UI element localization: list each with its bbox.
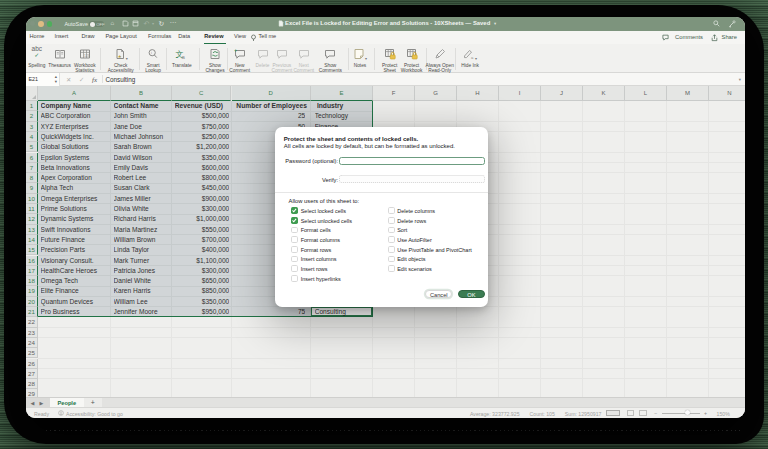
- svg-text:a: a: [182, 54, 186, 60]
- svg-text:a: a: [471, 55, 474, 60]
- svg-text:i: i: [151, 51, 152, 55]
- svg-text:+: +: [234, 48, 237, 53]
- svg-text:123: 123: [84, 54, 90, 58]
- svg-text:★: ★: [117, 54, 121, 59]
